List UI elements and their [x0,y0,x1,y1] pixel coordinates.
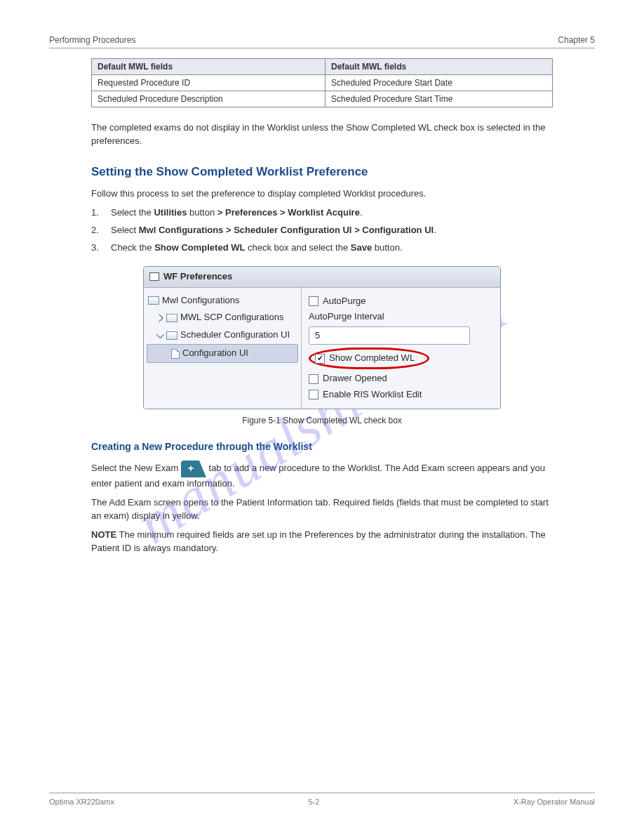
step-text-fragment: check box and select the [245,242,350,253]
table-row: Scheduled Procedure Description Schedule… [92,91,553,107]
wf-preferences-window: WF Preferences Mwl Configurations MWL SC… [143,266,501,409]
interval-input-row: 5 [309,326,493,345]
table-cell: Requested Procedure ID [92,75,326,91]
step-bold: Configuration UI [362,225,434,235]
figure-caption: Figure 5-1 Show Completed WL check box [143,415,501,427]
page-footer: Optima XR220amx 5-2 X-Ray Operator Manua… [49,793,595,806]
step-text-fragment: Select the [111,207,154,218]
tree-node-selected[interactable]: Configuration UI [147,344,298,363]
paragraph: The Add Exam screen opens to the Patient… [91,496,553,523]
paragraph: Select the New Exam + tab to add a new p… [91,461,553,491]
mwl-fields-table: Default MWL fields Default MWL fields Re… [91,58,553,107]
step-text: Check the Show Completed WL check box an… [111,241,403,255]
show-completed-label: Show Completed WL [329,352,415,365]
drawer-opened-row: Drawer Opened [309,372,493,385]
step-text-fragment: . [360,207,363,218]
window-icon [149,272,159,281]
autopurge-label: AutoPurge [323,295,365,308]
tree-label: Configuration UI [182,347,248,360]
note-title: NOTE [91,529,116,540]
enable-ris-label: Enable RIS Worklist Edit [323,388,422,402]
table-cell: Scheduled Procedure Start Time [326,91,553,107]
step-number: 3. [91,241,104,255]
drawer-opened-checkbox[interactable] [309,374,318,384]
note-body-text: The minimum required fields are set up i… [91,529,546,553]
step-text: Select the Utilities button > Preference… [111,206,363,220]
step-number: 1. [91,206,104,220]
footer-left: Optima XR220amx [49,797,114,806]
step-text-fragment: button [187,207,217,218]
tree-label: Mwl Configurations [162,294,240,307]
preferences-tree[interactable]: Mwl Configurations MWL SCP Configuration… [144,288,302,409]
step-bold: > [354,225,360,235]
table-cell: Scheduled Procedure Description [92,91,326,107]
step-item: 3. Check the Show Completed WL check box… [91,241,553,255]
step-text-fragment: Check the [111,242,154,253]
page-header: Performing Procedures Chapter 5 [49,35,595,48]
drawer-opened-label: Drawer Opened [323,372,387,385]
step-bold: Preferences [225,207,277,218]
table-header: Default MWL fields [326,59,553,75]
intro-paragraph: The completed exams do not display in th… [91,121,553,148]
file-icon [171,349,180,359]
footer-right: X-Ray Operator Manual [514,797,595,806]
step-item: 2. Select Mwl Configurations > Scheduler… [91,224,553,237]
autopurge-row: AutoPurge [309,295,493,308]
step-text-fragment: . [434,225,436,235]
step-bold: Scheduler Configuration UI [234,225,351,235]
step-item: 1. Select the Utilities button > Prefere… [91,206,553,220]
header-right: Chapter 5 [558,35,595,45]
step-text: Select Mwl Configurations > Scheduler Co… [111,224,436,237]
table-row: Requested Procedure ID Scheduled Procedu… [92,75,553,91]
tree-label: MWL SCP Configurations [180,311,283,324]
intro-paragraph-2: Follow this process to set the preferenc… [91,187,553,201]
step-bold: Show Completed WL [154,242,245,253]
table-cell: Scheduled Procedure Start Date [326,75,553,91]
preferences-form: AutoPurge AutoPurge Interval 5 ✔ Show Co… [302,288,500,409]
show-completed-checkbox[interactable]: ✔ [315,354,325,364]
new-exam-plus-tab-icon: + [181,461,206,477]
folder-icon [166,331,177,340]
folder-icon [166,314,177,322]
subsection-heading: Creating a New Procedure through the Wor… [91,439,553,454]
interval-label: AutoPurge Interval [309,310,384,324]
window-title-text: WF Preferences [163,270,232,284]
window-titlebar: WF Preferences [144,267,500,288]
step-bold: > [226,225,232,235]
step-bold: Worklist Acquire [288,207,360,218]
footer-center: 5-2 [308,797,319,806]
interval-label-row: AutoPurge Interval [309,310,493,324]
svg-text:+: + [188,463,194,474]
step-bold: Mwl Configurations [139,225,224,235]
tree-toggle-icon[interactable] [156,331,164,338]
tree-toggle-icon[interactable] [155,314,163,322]
step-text-fragment: button. [372,242,402,253]
p3-text-a: Select the New Exam [91,463,181,474]
enable-ris-row: Enable RIS Worklist Edit [309,388,493,402]
header-left: Performing Procedures [49,35,135,45]
autopurge-interval-input[interactable]: 5 [309,326,470,345]
tree-node-root[interactable]: Mwl Configurations [147,292,298,310]
section-heading: Setting the Show Completed Worklist Pref… [91,164,553,181]
step-text-fragment: Select [111,225,139,235]
step-bold: > [280,207,286,218]
step-bold: Save [351,242,372,253]
step-bold: Utilities [154,207,187,218]
tree-label: Scheduler Configuration UI [180,329,290,342]
folder-icon [148,296,159,305]
autopurge-checkbox[interactable] [309,296,318,306]
tree-node[interactable]: Scheduler Configuration UI [147,326,298,344]
enable-ris-checkbox[interactable] [309,390,318,399]
figure-wf-preferences: WF Preferences Mwl Configurations MWL SC… [143,266,501,427]
annotation-circle: ✔ Show Completed WL [309,348,429,369]
show-completed-row: ✔ Show Completed WL [309,348,493,369]
table-header: Default MWL fields [92,59,326,75]
tree-node[interactable]: MWL SCP Configurations [147,309,298,326]
step-number: 2. [91,224,104,237]
note-block: NOTE The minimum required fields are set… [91,529,553,555]
